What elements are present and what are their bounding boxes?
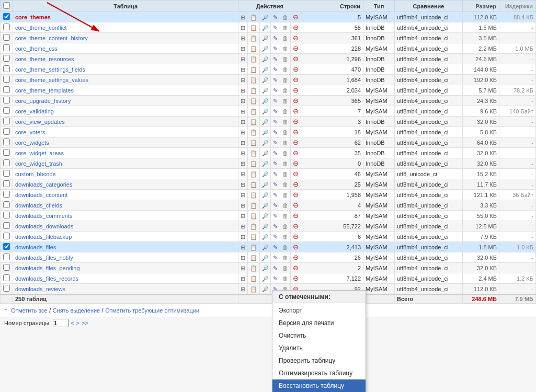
empty-icon-cell[interactable]: 🗑 — [280, 12, 291, 22]
structure-icon-cell[interactable]: 📋 — [248, 137, 260, 148]
search-icon-cell[interactable]: 🔎 — [260, 221, 271, 232]
search-icon-cell[interactable]: 🔎 — [260, 232, 271, 242]
row-name-link[interactable]: core_theme_css — [15, 45, 58, 52]
drop-icon-cell[interactable]: ⊖ — [291, 117, 301, 127]
row-checkbox[interactable] — [3, 149, 10, 156]
context-menu-item[interactable]: Восстановить таблицу — [272, 379, 366, 392]
row-checkbox-cell[interactable] — [1, 64, 13, 75]
row-checkbox[interactable] — [3, 191, 10, 198]
drop-icon-cell[interactable]: ⊖ — [291, 127, 301, 137]
structure-icon-cell[interactable]: 📋 — [248, 85, 260, 96]
empty-icon-cell[interactable]: 🗑 — [280, 232, 291, 242]
row-name-link[interactable]: core_voters — [15, 129, 45, 135]
structure-icon-cell[interactable]: 📋 — [248, 211, 260, 221]
drop-icon-cell[interactable]: ⊖ — [291, 22, 301, 33]
empty-icon-cell[interactable]: 🗑 — [280, 190, 291, 200]
row-checkbox[interactable] — [3, 65, 10, 72]
search-icon-cell[interactable]: 🔎 — [260, 43, 271, 54]
insert-icon-cell[interactable]: ✎ — [271, 33, 280, 43]
select-all-link[interactable]: Отметить все — [11, 307, 47, 314]
browse-icon-cell[interactable]: ⊞ — [238, 106, 248, 117]
row-checkbox-cell[interactable] — [1, 75, 13, 85]
row-checkbox[interactable] — [3, 118, 10, 124]
empty-icon-cell[interactable]: 🗑 — [280, 221, 291, 232]
browse-icon-cell[interactable]: ⊞ — [238, 252, 248, 263]
browse-icon-cell[interactable]: ⊞ — [238, 64, 248, 75]
pagination-next[interactable]: > — [76, 320, 79, 326]
empty-icon-cell[interactable]: 🗑 — [280, 148, 291, 158]
context-menu-item[interactable]: Экспорт — [272, 304, 366, 317]
row-checkbox[interactable] — [3, 24, 10, 30]
row-checkbox-cell[interactable] — [1, 106, 13, 117]
structure-icon-cell[interactable]: 📋 — [248, 263, 260, 273]
empty-icon-cell[interactable]: 🗑 — [280, 64, 291, 75]
drop-icon-cell[interactable]: ⊖ — [291, 33, 301, 43]
row-checkbox-cell[interactable] — [1, 96, 13, 106]
row-checkbox-cell[interactable] — [1, 22, 13, 33]
row-name-link[interactable]: core_theme_conflict — [15, 25, 66, 31]
row-checkbox-cell[interactable] — [1, 242, 13, 252]
search-icon-cell[interactable]: 🔎 — [260, 96, 271, 106]
empty-icon-cell[interactable]: 🗑 — [280, 43, 291, 54]
structure-icon-cell[interactable]: 📋 — [248, 252, 260, 263]
search-icon-cell[interactable]: 🔎 — [260, 263, 271, 273]
drop-icon-cell[interactable]: ⊖ — [291, 54, 301, 64]
drop-icon-cell[interactable]: ⊖ — [291, 137, 301, 148]
structure-icon-cell[interactable]: 📋 — [248, 43, 260, 54]
row-name-link[interactable]: core_widget_trash — [15, 160, 62, 167]
browse-icon-cell[interactable]: ⊞ — [238, 43, 248, 54]
row-checkbox[interactable] — [3, 34, 10, 41]
empty-icon-cell[interactable]: 🗑 — [280, 242, 291, 252]
drop-icon-cell[interactable]: ⊖ — [291, 169, 301, 179]
select-all-header[interactable] — [1, 1, 13, 12]
structure-icon-cell[interactable]: 📋 — [248, 127, 260, 137]
drop-icon-cell[interactable]: ⊖ — [291, 232, 301, 242]
drop-icon-cell[interactable]: ⊖ — [291, 263, 301, 273]
row-checkbox-cell[interactable] — [1, 252, 13, 263]
insert-icon-cell[interactable]: ✎ — [271, 54, 280, 64]
row-name-link[interactable]: downloads_files_records — [15, 275, 78, 282]
row-checkbox[interactable] — [3, 264, 10, 271]
browse-icon-cell[interactable]: ⊞ — [238, 284, 248, 295]
search-icon-cell[interactable]: 🔎 — [260, 158, 271, 169]
drop-icon-cell[interactable]: ⊖ — [291, 85, 301, 96]
drop-icon-cell[interactable]: ⊖ — [291, 43, 301, 54]
row-checkbox[interactable] — [3, 128, 10, 135]
browse-icon-cell[interactable]: ⊞ — [238, 179, 248, 190]
row-name-link[interactable]: downloads_files — [15, 244, 56, 250]
row-name-link[interactable]: core_theme_resources — [15, 56, 74, 62]
row-checkbox[interactable] — [3, 201, 10, 208]
row-checkbox[interactable] — [3, 180, 10, 187]
browse-icon-cell[interactable]: ⊞ — [238, 85, 248, 96]
drop-icon-cell[interactable]: ⊖ — [291, 211, 301, 221]
row-checkbox-cell[interactable] — [1, 54, 13, 64]
empty-icon-cell[interactable]: 🗑 — [280, 75, 291, 85]
browse-icon-cell[interactable]: ⊞ — [238, 169, 248, 179]
search-icon-cell[interactable]: 🔎 — [260, 211, 271, 221]
row-checkbox-cell[interactable] — [1, 263, 13, 273]
row-checkbox-cell[interactable] — [1, 221, 13, 232]
row-checkbox[interactable] — [3, 274, 10, 281]
browse-icon-cell[interactable]: ⊞ — [238, 12, 248, 22]
drop-icon-cell[interactable]: ⊖ — [291, 96, 301, 106]
drop-icon-cell[interactable]: ⊖ — [291, 179, 301, 190]
empty-icon-cell[interactable]: 🗑 — [280, 117, 291, 127]
row-checkbox-cell[interactable] — [1, 273, 13, 284]
structure-icon-cell[interactable]: 📋 — [248, 190, 260, 200]
row-checkbox-cell[interactable] — [1, 284, 13, 295]
row-checkbox[interactable] — [3, 222, 10, 229]
row-name-link[interactable]: downloads_comments — [15, 213, 72, 219]
row-checkbox[interactable] — [3, 107, 10, 114]
empty-icon-cell[interactable]: 🗑 — [280, 211, 291, 221]
browse-icon-cell[interactable]: ⊞ — [238, 221, 248, 232]
select-optimizable-link[interactable]: Отметить требующие оптимизации — [105, 307, 199, 314]
row-checkbox[interactable] — [3, 86, 10, 93]
pagination-prev[interactable]: < — [71, 320, 74, 326]
row-checkbox[interactable] — [3, 243, 10, 250]
structure-icon-cell[interactable]: 📋 — [248, 242, 260, 252]
drop-icon-cell[interactable]: ⊖ — [291, 158, 301, 169]
empty-icon-cell[interactable]: 🗑 — [280, 137, 291, 148]
row-checkbox[interactable] — [3, 233, 10, 239]
empty-icon-cell[interactable]: 🗑 — [280, 169, 291, 179]
insert-icon-cell[interactable]: ✎ — [271, 200, 280, 211]
